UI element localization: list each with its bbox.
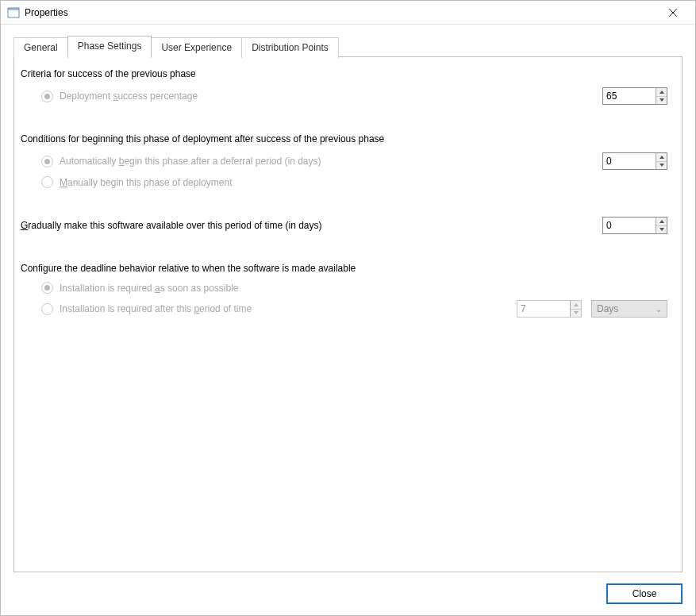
tab-phase-settings[interactable]: Phase Settings [67,36,152,57]
window-title: Properties [25,7,657,18]
properties-dialog: Properties General Phase Settings User E… [0,0,696,616]
success-percentage-down[interactable] [656,97,667,105]
gradual-days-input[interactable] [603,218,656,233]
chevron-up-icon [659,220,664,223]
gradual-days-up[interactable] [656,218,667,226]
tab-strip: General Phase Settings User Experience D… [13,36,683,57]
period-unit-value: Days [597,303,618,314]
install-after-period-row: Installation is required after this peri… [21,300,667,318]
close-icon [669,9,677,17]
period-value-input [517,301,570,317]
manual-begin-radio [41,176,53,188]
svg-rect-1 [8,8,19,10]
chevron-down-icon: ⌄ [656,305,662,314]
deployment-success-row: Deployment success percentage [21,87,667,105]
chevron-down-icon [574,311,579,314]
install-asap-radio-label: Installation is required as soon as poss… [60,283,239,294]
install-after-period-radio-label: Installation is required after this peri… [60,303,252,314]
chevron-down-icon [659,164,664,167]
success-percentage-up[interactable] [656,88,667,97]
gradual-availability-label: Gradually make this software available o… [21,220,322,231]
chevron-up-icon [659,90,664,94]
window-close-button[interactable] [657,2,689,24]
dialog-button-row: Close [1,572,695,615]
tab-body-phase-settings: Criteria for success of the previous pha… [13,56,683,572]
install-asap-radio [41,282,53,294]
criteria-success-label: Criteria for success of the previous pha… [21,68,667,79]
chevron-down-icon [659,228,664,231]
gradual-availability-row: Gradually make this software available o… [21,217,667,234]
tab-user-experience[interactable]: User Experience [151,37,242,58]
period-value-stepper [517,300,582,318]
success-percentage-input[interactable] [603,88,656,104]
deferral-days-stepper[interactable] [602,152,667,170]
close-button[interactable]: Close [606,583,683,604]
app-icon [7,6,20,19]
manual-begin-radio-label: Manually begin this phase of deployment [60,177,232,188]
conditions-begin-label: Conditions for beginning this phase of d… [21,133,667,144]
chevron-up-icon [659,156,664,159]
manual-begin-row: Manually begin this phase of deployment [21,176,667,188]
deadline-behavior-label: Configure the deadline behavior relative… [21,263,667,274]
gradual-days-stepper[interactable] [602,217,667,234]
install-asap-row: Installation is required as soon as poss… [21,282,667,294]
period-value-down [571,310,581,318]
tab-distribution-points[interactable]: Distribution Points [241,37,339,58]
deployment-success-radio-label: Deployment success percentage [60,90,198,102]
success-percentage-stepper[interactable] [602,87,667,105]
deferral-days-up[interactable] [656,153,667,162]
install-after-period-radio [41,303,53,315]
tab-general[interactable]: General [13,37,68,58]
auto-begin-row: Automatically begin this phase after a d… [21,152,667,170]
dialog-content: General Phase Settings User Experience D… [1,25,695,572]
titlebar: Properties [1,1,695,25]
chevron-up-icon [574,303,579,306]
period-unit-select: Days ⌄ [591,300,667,318]
deferral-days-input[interactable] [603,153,656,169]
deferral-days-down[interactable] [656,162,667,170]
gradual-days-down[interactable] [656,226,667,234]
auto-begin-radio [41,156,53,167]
auto-begin-radio-label: Automatically begin this phase after a d… [60,156,321,167]
period-value-up [571,301,581,310]
deployment-success-radio [41,90,53,102]
chevron-down-icon [659,98,664,102]
